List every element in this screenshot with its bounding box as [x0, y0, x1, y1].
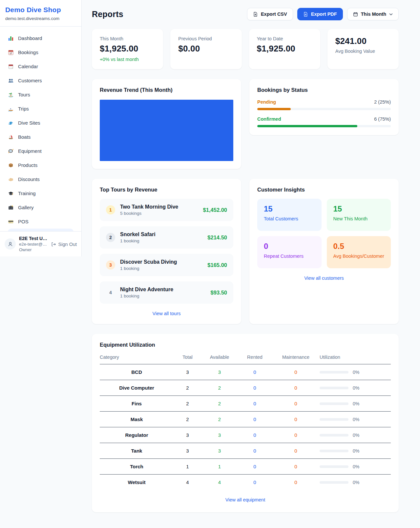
table-row: Fins 2 2 0 0 0%: [100, 396, 391, 412]
export-csv-label: Export CSV: [261, 11, 287, 17]
sidebar-item-customers[interactable]: Customers: [4, 73, 77, 88]
file-download-icon: [253, 12, 258, 17]
sidebar-item-discounts[interactable]: Discounts: [4, 172, 77, 186]
stat-card-avg-booking-value: $241.00 Avg Booking Value: [327, 29, 399, 69]
sidebar-item-training[interactable]: Training: [4, 186, 77, 200]
table-row: Torch 1 1 0 0 0%: [100, 459, 391, 475]
insight-label: Repeat Customers: [264, 254, 315, 259]
page-header: Reports Export CSV Export PDF This Month: [92, 8, 399, 20]
sidebar-nav: Dashboard 17 Bookings Calendar Customers…: [0, 27, 81, 231]
status-row-pending: Pending 2 (25%): [257, 99, 391, 110]
tour-name: Snorkel Safari: [120, 232, 156, 237]
stat-label: Previous Period: [178, 36, 234, 41]
utilization-bar: [320, 481, 348, 484]
tour-bookings: 1 booking: [120, 238, 202, 243]
revenue-trend-chart: [100, 100, 233, 161]
bookings-icon: 17: [8, 50, 14, 55]
progress-track: [257, 125, 391, 127]
export-pdf-label: Export PDF: [311, 11, 337, 17]
brand-name: Demo Dive Shop: [5, 6, 76, 14]
tour-revenue: $214.50: [207, 234, 227, 241]
view-all-equipment-link[interactable]: View all equipment: [100, 497, 391, 502]
dashboard-icon: [8, 35, 14, 41]
export-csv-button[interactable]: Export CSV: [247, 8, 293, 20]
sidebar-item-label: Training: [18, 191, 36, 196]
sidebar-item-label: POS: [18, 219, 29, 224]
sidebar-item-label: Bookings: [18, 50, 38, 55]
col-available: Available: [201, 355, 238, 364]
table-row: Mask 2 2 0 0 0%: [100, 412, 391, 427]
svg-text:17: 17: [10, 52, 12, 54]
insight-avg-bookings: 0.5 Avg Bookings/Customer: [327, 236, 391, 268]
view-all-customers-link[interactable]: View all customers: [257, 275, 391, 281]
utilization-bar: [320, 465, 348, 468]
sidebar-item-bookings[interactable]: 17 Bookings: [4, 45, 77, 59]
stat-label: Year to Date: [257, 36, 312, 41]
user-role: Owner: [19, 247, 48, 252]
tour-bookings: 5 bookings: [120, 211, 198, 216]
tour-revenue: $93.50: [211, 290, 227, 296]
table-header-row: Category Total Available Rented Maintena…: [100, 355, 391, 364]
equipment-table: Category Total Available Rented Maintena…: [100, 355, 391, 490]
sidebar-item-boats[interactable]: Boats: [4, 130, 77, 144]
sidebar-item-gallery[interactable]: Gallery: [4, 200, 77, 214]
tour-name: Two Tank Morning Dive: [120, 204, 178, 210]
sidebar-item-equipment[interactable]: Equipment: [4, 144, 77, 158]
sidebar-item-calendar[interactable]: Calendar: [4, 59, 77, 73]
col-utilization: Utilization: [320, 355, 391, 364]
sidebar-item-label: Dashboard: [18, 35, 42, 41]
stat-value: $1,925.00: [257, 44, 312, 54]
col-category: Category: [100, 355, 174, 364]
top-tours-title: Top Tours by Revenue: [100, 187, 233, 193]
utilization-bar: [320, 402, 348, 405]
tour-list-item[interactable]: 2 Snorkel Safari1 booking $214.50: [100, 226, 233, 249]
tour-bookings: 1 booking: [120, 294, 206, 298]
sidebar-header: Demo Dive Shop demo.test.divestreams.com: [0, 0, 81, 27]
status-count: 6 (75%): [374, 116, 391, 122]
tour-list: 1 Two Tank Morning Dive5 bookings $1,452…: [100, 199, 233, 304]
sidebar-item-trips[interactable]: Trips: [4, 102, 77, 116]
view-all-tours-link[interactable]: View all tours: [100, 311, 233, 316]
sidebar-item-label: Calendar: [18, 64, 38, 69]
status-label: Pending: [257, 99, 276, 105]
file-download-icon: [303, 12, 308, 17]
equipment-title: Equipment Utilization: [100, 342, 391, 348]
sidebar-item-reports-active[interactable]: [8, 229, 74, 231]
period-label: This Month: [361, 11, 386, 17]
tour-list-item[interactable]: 1 Two Tank Morning Dive5 bookings $1,452…: [100, 199, 233, 221]
col-total: Total: [174, 355, 201, 364]
insight-label: Total Customers: [264, 216, 315, 221]
sidebar-item-pos[interactable]: POS: [4, 214, 77, 229]
sidebar-item-tours[interactable]: Tours: [4, 88, 77, 102]
progress-fill: [257, 125, 357, 127]
tour-bookings: 1 booking: [120, 266, 202, 271]
sidebar-item-products[interactable]: Products: [4, 158, 77, 172]
sidebar-item-label: Equipment: [18, 148, 42, 154]
bookings-by-status-title: Bookings by Status: [257, 87, 391, 93]
insight-new-this-month: 15 New This Month: [327, 199, 391, 231]
tour-list-item[interactable]: 4 Night Dive Adventure1 booking $93.50: [100, 281, 233, 304]
sign-out-label: Sign Out: [58, 242, 77, 247]
export-pdf-button[interactable]: Export PDF: [297, 8, 343, 20]
col-rented: Rented: [238, 355, 272, 364]
user-icon: [7, 241, 13, 247]
period-dropdown[interactable]: This Month: [347, 8, 399, 20]
tour-list-item[interactable]: 3 Discover Scuba Diving1 booking $165.00: [100, 254, 233, 276]
insight-value: 0: [264, 242, 315, 251]
bookings-by-status-card: Bookings by Status Pending 2 (25%) Confi…: [249, 79, 399, 135]
sidebar-item-dive-sites[interactable]: Dive Sites: [4, 116, 77, 130]
stat-card-year-to-date: Year to Date $1,925.00: [249, 29, 320, 69]
sign-out-button[interactable]: Sign Out: [51, 242, 77, 247]
logout-icon: [51, 242, 56, 247]
rank-badge: 4: [106, 288, 115, 297]
insight-label: New This Month: [333, 216, 385, 221]
page-title: Reports: [92, 10, 123, 19]
insight-value: 15: [333, 204, 385, 213]
insight-repeat-customers: 0 Repeat Customers: [257, 236, 322, 268]
insight-total-customers: 15 Total Customers: [257, 199, 322, 231]
equipment-icon: [8, 148, 14, 154]
stat-value: $0.00: [178, 44, 234, 54]
user-name: E2E Test U…: [19, 236, 48, 241]
sidebar-item-dashboard[interactable]: Dashboard: [4, 31, 77, 45]
products-icon: [8, 162, 14, 168]
